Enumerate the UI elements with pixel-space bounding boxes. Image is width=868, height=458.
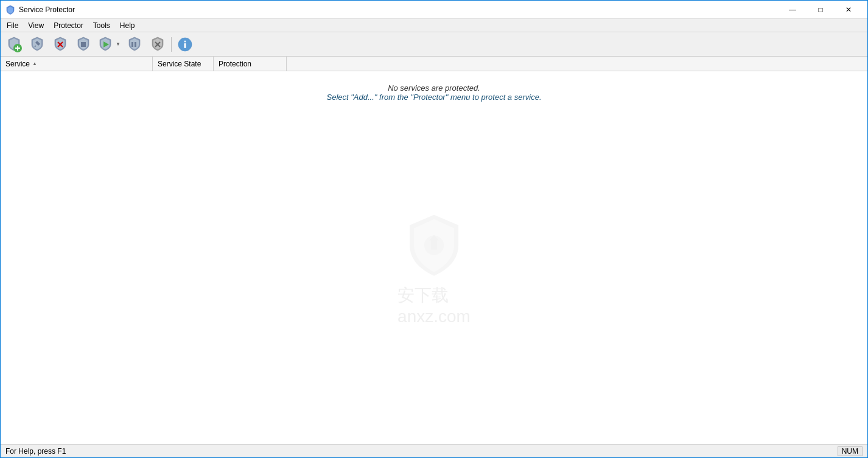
main-content: No services are protected. Select "Add..… [1, 71, 867, 444]
remove-button[interactable] [147, 34, 169, 55]
svg-rect-9 [135, 42, 136, 47]
menu-file[interactable]: File [2, 20, 23, 31]
menu-tools[interactable]: Tools [88, 20, 115, 31]
pause-button[interactable] [124, 34, 145, 55]
start-dropdown-arrow[interactable]: ▼ [114, 34, 122, 55]
start-shield-icon [97, 36, 113, 53]
svg-rect-14 [184, 43, 186, 48]
add-shield-icon [5, 36, 23, 53]
status-help-text: For Help, press F1 [5, 447, 66, 456]
title-bar: Service Protector — □ ✕ [1, 1, 867, 19]
pause-shield-icon [126, 36, 143, 53]
edit-shield-icon [29, 36, 46, 53]
minimize-button[interactable]: — [779, 1, 807, 19]
menu-help[interactable]: Help [115, 20, 140, 31]
edit-button[interactable] [26, 34, 48, 55]
svg-point-13 [184, 40, 186, 42]
menu-view[interactable]: View [23, 20, 49, 31]
toolbar-separator [171, 37, 172, 52]
delete-shield-icon [52, 36, 69, 53]
column-header: Service ▲ Service State Protection [1, 57, 867, 71]
add-button[interactable] [3, 34, 25, 55]
empty-state-message: No services are protected. Select "Add..… [327, 83, 542, 102]
start-button-group[interactable]: ▼ [96, 34, 122, 55]
remove-shield-icon [149, 36, 166, 53]
empty-state-line2: Select "Add..." from the "Protector" men… [327, 93, 542, 102]
info-button[interactable] [174, 34, 196, 55]
menu-bar: File View Protector Tools Help [1, 19, 867, 32]
sort-arrow-service: ▲ [32, 61, 37, 66]
num-lock-indicator: NUM [838, 446, 863, 456]
column-state[interactable]: Service State [153, 57, 214, 71]
stop-shield-icon [75, 36, 92, 53]
app-icon [5, 5, 15, 15]
close-button[interactable]: ✕ [835, 1, 863, 19]
maximize-button[interactable]: □ [807, 1, 835, 19]
svg-rect-8 [131, 42, 133, 47]
window-controls: — □ ✕ [779, 1, 863, 19]
toolbar: ▼ [1, 32, 867, 57]
column-protection[interactable]: Protection [214, 57, 287, 71]
info-icon [177, 36, 194, 53]
column-service[interactable]: Service ▲ [1, 57, 153, 71]
watermark-shield-icon [404, 212, 464, 279]
delete-button[interactable] [49, 34, 71, 55]
watermark-text: 安下载anxz.com [397, 284, 471, 326]
status-bar: For Help, press F1 NUM [1, 444, 867, 457]
svg-rect-6 [81, 42, 86, 47]
watermark: 安下载anxz.com [397, 212, 471, 326]
window-title: Service Protector [19, 5, 779, 14]
menu-protector[interactable]: Protector [49, 20, 88, 31]
empty-state-line1: No services are protected. [327, 83, 542, 93]
svg-point-15 [424, 236, 444, 255]
start-button[interactable] [96, 34, 114, 55]
stop-button[interactable] [72, 34, 94, 55]
